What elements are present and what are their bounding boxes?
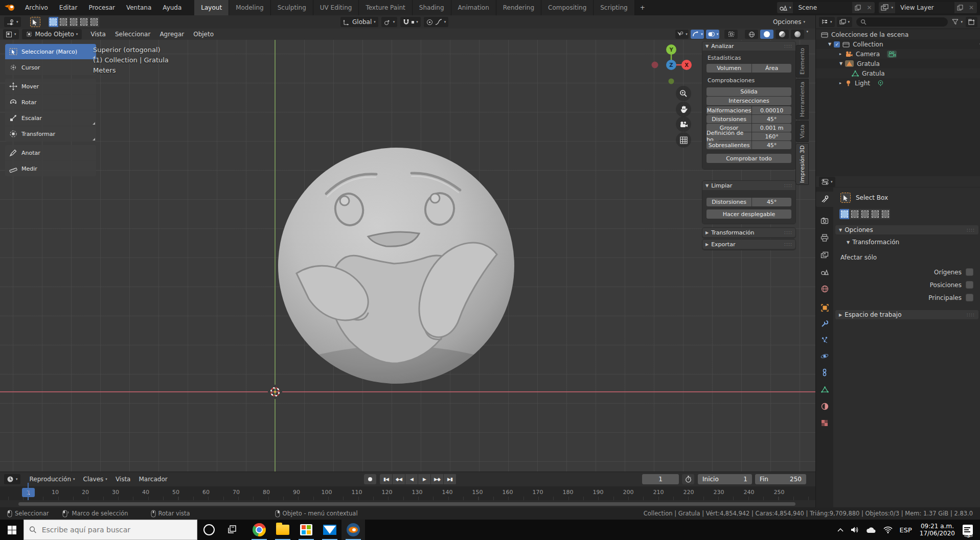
shading-dropdown-icon[interactable]: ▾ <box>806 30 808 39</box>
onedrive-icon[interactable] <box>862 527 880 533</box>
mail-button[interactable] <box>318 520 341 540</box>
tab-scene-icon[interactable] <box>816 264 833 279</box>
search-input[interactable] <box>41 525 192 534</box>
select-mode-subtract[interactable] <box>860 209 870 219</box>
blender-taskbar-button[interactable] <box>341 520 365 540</box>
tab-world-icon[interactable] <box>816 281 833 296</box>
check-button[interactable]: Definición de bo... <box>706 132 751 140</box>
expand-icon[interactable]: ▸ <box>839 81 841 85</box>
outliner-filter-icon[interactable]: ▾ <box>952 19 963 25</box>
toggle-xray-icon[interactable] <box>724 30 738 39</box>
auto-keyframe-icon[interactable] <box>682 474 694 484</box>
menu-vista[interactable]: Vista <box>86 31 110 38</box>
taskbar-clock[interactable]: 09:21 a.m. 17/06/2020 <box>916 523 959 537</box>
language-indicator[interactable]: ESP <box>896 526 916 534</box>
tab-texture-paint[interactable]: Texture Paint <box>359 0 412 15</box>
select-mode-set[interactable] <box>839 209 849 219</box>
tab-vista[interactable]: Vista <box>795 121 809 142</box>
scene-copy-icon[interactable] <box>852 2 863 13</box>
timeline-scrollbar[interactable] <box>0 500 815 508</box>
tab-particles-icon[interactable] <box>816 332 833 347</box>
marker-menu[interactable]: Marcador <box>134 476 171 483</box>
collection-checkbox[interactable]: ✓ <box>834 41 840 48</box>
camera-view-button[interactable] <box>676 116 691 132</box>
tool-rotar[interactable]: Rotar <box>5 95 96 110</box>
tab-layout[interactable]: Layout <box>194 0 229 15</box>
view-layer-copy-icon[interactable] <box>954 2 966 13</box>
tab-tool-icon[interactable] <box>816 192 833 207</box>
record-button[interactable] <box>364 474 376 484</box>
tab-uv-editing[interactable]: UV Editing <box>313 0 359 15</box>
outliner-row-gratula-mesh[interactable]: Gratula <box>816 68 980 78</box>
tab-elemento[interactable]: Elemento <box>795 45 809 78</box>
area-button[interactable]: Área <box>752 64 791 73</box>
tab-view-layer-icon[interactable] <box>816 247 833 263</box>
origenes-checkbox[interactable] <box>966 268 973 276</box>
frame-start-field[interactable]: Inicio1 <box>698 474 752 484</box>
tool-mover[interactable]: Mover <box>5 79 96 94</box>
tool-transformar[interactable]: Transformar <box>5 126 96 142</box>
check-all-button[interactable]: Comprobar todo <box>706 154 791 163</box>
shading-rendered-icon[interactable] <box>791 30 804 39</box>
menu-ayuda[interactable]: Ayuda <box>157 0 187 15</box>
outliner-row-light[interactable]: ▸ Light <box>816 78 980 88</box>
tab-compositing[interactable]: Compositing <box>541 0 594 15</box>
tool-select-marco[interactable]: Seleccionar (Marco) <box>5 44 96 59</box>
outliner-filter-id-dropdown[interactable]: ▾ <box>837 17 853 27</box>
jump-end-button[interactable]: ▶▮ <box>444 474 456 484</box>
menu-archivo[interactable]: Archivo <box>19 0 54 15</box>
panel-transformacion-header[interactable]: ▶ Transformación :::: <box>702 228 795 237</box>
snap-magnet-dropdown[interactable]: ▾ <box>400 17 421 27</box>
panel-exportar-header[interactable]: ▶ Exportar :::: <box>702 240 795 249</box>
view-menu[interactable]: Vista <box>111 476 135 483</box>
tool-cursor[interactable]: Cursor <box>5 60 96 75</box>
store-button[interactable] <box>294 520 318 540</box>
volume-button[interactable]: Volumen <box>706 64 751 73</box>
properties-editor-type-icon[interactable]: ▾ <box>819 177 835 187</box>
shading-material-icon[interactable] <box>776 30 789 39</box>
shading-wireframe-icon[interactable] <box>745 30 758 39</box>
scene-name-field[interactable]: Scene <box>793 2 852 13</box>
ortho-grid-button[interactable] <box>676 132 691 148</box>
check-value-field[interactable]: 45° <box>752 141 791 149</box>
current-frame-field[interactable]: 1 <box>642 474 679 484</box>
tab-sculpting[interactable]: Sculpting <box>271 0 313 15</box>
posiciones-checkbox[interactable] <box>966 281 973 289</box>
add-workspace-button[interactable]: + <box>635 0 650 15</box>
tab-material-icon[interactable] <box>816 398 833 414</box>
shading-solid-icon[interactable] <box>760 30 773 39</box>
scene-unlink-icon[interactable]: ✕ <box>863 2 875 13</box>
expand-icon[interactable]: ▼ <box>839 61 842 66</box>
outliner-row-gratula-object[interactable]: ▼ Gratula <box>816 59 980 68</box>
start-button[interactable] <box>0 520 24 540</box>
jump-start-button[interactable]: ▮◀ <box>380 474 392 484</box>
transform-orientation-dropdown[interactable]: Global ▾ <box>340 17 378 27</box>
proportional-editing-dropdown[interactable]: ▾ <box>424 17 449 27</box>
expand-icon[interactable]: ▼ <box>828 42 831 46</box>
chrome-taskbar-button[interactable] <box>247 520 271 540</box>
tab-render-icon[interactable] <box>816 213 833 228</box>
keys-menu[interactable]: Claves▾ <box>79 476 111 483</box>
view-layer-icon[interactable]: ▾ <box>879 2 895 13</box>
select-mode-extend[interactable] <box>59 17 69 27</box>
select-mode-set[interactable] <box>49 17 58 27</box>
outliner-display-mode-dropdown[interactable]: ▾ <box>819 17 835 27</box>
menu-seleccionar[interactable]: Seleccionar <box>110 31 155 38</box>
tool-escalar[interactable]: Escalar <box>5 110 96 126</box>
tab-modeling[interactable]: Modeling <box>229 0 271 15</box>
show-overlays-toggle[interactable]: ▾ <box>706 30 719 39</box>
menu-agregar[interactable]: Agregar <box>155 31 189 38</box>
tab-output-icon[interactable] <box>816 230 833 245</box>
play-reverse-button[interactable]: ◀ <box>405 474 418 484</box>
view-layer-name-field[interactable]: View Layer <box>895 2 954 13</box>
gizmo-visibility-dropdown[interactable]: ▾ <box>675 30 689 39</box>
tool-settings-icon[interactable]: ▾ <box>4 17 21 27</box>
show-gizmos-toggle[interactable]: ▾ <box>691 30 704 39</box>
blender-logo-icon[interactable] <box>0 3 19 13</box>
menu-objeto[interactable]: Objeto <box>189 31 218 38</box>
tab-object-data-icon[interactable] <box>816 382 833 397</box>
tab-object-icon[interactable] <box>816 300 833 315</box>
check-button[interactable]: Malformaciones <box>706 106 751 114</box>
gratula-object[interactable] <box>276 146 516 386</box>
view-layer-remove-icon[interactable]: ✕ <box>966 2 977 13</box>
